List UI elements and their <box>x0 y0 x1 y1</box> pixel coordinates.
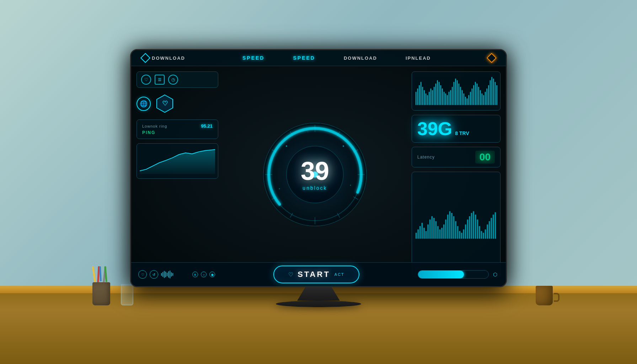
svg-rect-76 <box>496 85 497 105</box>
svg-rect-86 <box>433 218 435 239</box>
svg-rect-71 <box>488 85 489 105</box>
menu-lines-icon[interactable]: ≡ <box>192 272 198 277</box>
svg-rect-100 <box>461 233 462 239</box>
ping-row: Lownok ring 95.21 <box>142 123 213 129</box>
svg-rect-53 <box>458 84 459 105</box>
monitor-screen: DOWNLOAD SPEED SPEED DOWNLOAD IPNLEAD <box>131 50 506 286</box>
clock-icon: ◷ <box>168 75 178 85</box>
svg-rect-84 <box>429 220 431 239</box>
bottom-heart-icon[interactable]: ♡ <box>138 270 147 279</box>
svg-rect-43 <box>442 89 443 105</box>
pencils <box>94 266 107 284</box>
svg-marker-2 <box>140 150 215 174</box>
svg-point-23 <box>279 188 280 189</box>
svg-rect-41 <box>439 82 440 105</box>
svg-rect-113 <box>487 225 488 239</box>
svg-rect-73 <box>491 77 492 105</box>
svg-point-22 <box>343 145 344 147</box>
svg-rect-87 <box>435 221 437 239</box>
svg-rect-79 <box>419 226 421 239</box>
nav-ipnlead-label: IPNLEAD <box>406 55 431 61</box>
svg-rect-92 <box>445 220 446 239</box>
pencil <box>99 266 102 281</box>
monitor-base <box>276 301 361 307</box>
speed-number: 39 <box>301 158 329 184</box>
start-button[interactable]: ♡ START ACT <box>273 266 359 283</box>
left-nav-diamond-icon <box>140 53 150 63</box>
big-speed-number: 39G <box>417 119 452 138</box>
menu-icon: ☰ <box>155 75 165 85</box>
svg-rect-74 <box>493 79 494 105</box>
svg-rect-33 <box>425 93 427 105</box>
settings-circle-icon[interactable]: ○ <box>201 272 207 277</box>
nav-speed-label-2[interactable]: SPEED <box>293 55 315 61</box>
svg-rect-78 <box>417 229 419 239</box>
wave-bar <box>167 273 167 276</box>
more-circle-icon[interactable]: ◉ <box>209 272 215 277</box>
ping-unit-row: PING <box>142 130 213 135</box>
svg-rect-52 <box>457 80 458 105</box>
svg-rect-51 <box>455 79 456 105</box>
svg-rect-46 <box>447 95 448 105</box>
hexagon-badge: ♡ <box>155 94 175 113</box>
center-panel: 39 unblock <box>224 66 406 283</box>
svg-rect-110 <box>481 231 482 239</box>
svg-rect-97 <box>455 221 456 239</box>
svg-rect-56 <box>463 93 464 105</box>
svg-rect-75 <box>495 82 496 105</box>
svg-rect-108 <box>477 220 478 239</box>
svg-rect-116 <box>493 215 494 239</box>
svg-rect-111 <box>483 233 484 239</box>
icon-bar: ♡ ☰ ◷ <box>136 71 218 88</box>
svg-rect-65 <box>478 87 479 105</box>
svg-rect-103 <box>467 220 469 239</box>
mini-waveform <box>161 270 189 279</box>
main-content: ♡ ☰ ◷ 🌐 ♡ Low <box>131 66 506 283</box>
svg-rect-29 <box>419 85 420 105</box>
speed-value-block: 39G 8 TRV <box>412 115 500 143</box>
svg-rect-104 <box>469 216 470 239</box>
svg-rect-80 <box>422 223 423 239</box>
svg-rect-59 <box>468 95 469 105</box>
svg-point-24 <box>350 184 351 186</box>
nav-center: SPEED SPEED DOWNLOAD IPNLEAD <box>242 55 431 61</box>
svg-rect-64 <box>477 84 478 105</box>
ping-unit-label: PING <box>142 130 155 135</box>
svg-rect-37 <box>432 90 433 105</box>
coffee-mug <box>536 284 555 305</box>
svg-rect-55 <box>462 90 463 105</box>
svg-rect-96 <box>453 216 455 239</box>
bottom-refresh-icon[interactable]: ↺ <box>150 270 158 279</box>
svg-rect-38 <box>434 87 435 105</box>
svg-rect-83 <box>427 225 429 239</box>
svg-rect-32 <box>424 90 425 105</box>
left-icons-row: 🌐 ♡ <box>136 92 218 115</box>
start-sub-label: ACT <box>334 272 344 277</box>
mug-handle <box>554 293 560 302</box>
speed-unit: unblock <box>301 185 329 191</box>
heart-icon: ♡ <box>141 75 151 85</box>
ping-value-text: 95.21 <box>201 123 213 129</box>
svg-rect-35 <box>429 92 430 105</box>
svg-rect-106 <box>473 211 474 239</box>
progress-fill <box>418 271 464 278</box>
svg-rect-36 <box>430 89 432 105</box>
top-nav: DOWNLOAD SPEED SPEED DOWNLOAD IPNLEAD <box>131 50 506 66</box>
svg-rect-82 <box>425 231 427 239</box>
mug-body <box>536 286 553 305</box>
right-nav-diamond-icon <box>487 53 497 63</box>
bottom-left-controls: ♡ ↺ ≡ ○ ◉ <box>138 270 215 279</box>
wave-bar <box>172 273 173 276</box>
nav-speed-label-1[interactable]: SPEED <box>242 55 264 61</box>
svg-rect-39 <box>435 84 437 105</box>
wave-bar <box>164 271 165 278</box>
latency-value: 00 <box>475 151 495 164</box>
cup-body <box>92 282 110 305</box>
speed-unit-label: 8 TRV <box>455 130 469 136</box>
svg-rect-60 <box>470 92 471 105</box>
bottom-bar: ♡ ↺ ≡ ○ ◉ <box>131 262 506 286</box>
svg-rect-62 <box>473 85 474 105</box>
svg-rect-112 <box>485 229 486 239</box>
svg-rect-89 <box>439 229 441 239</box>
svg-rect-101 <box>463 229 464 239</box>
